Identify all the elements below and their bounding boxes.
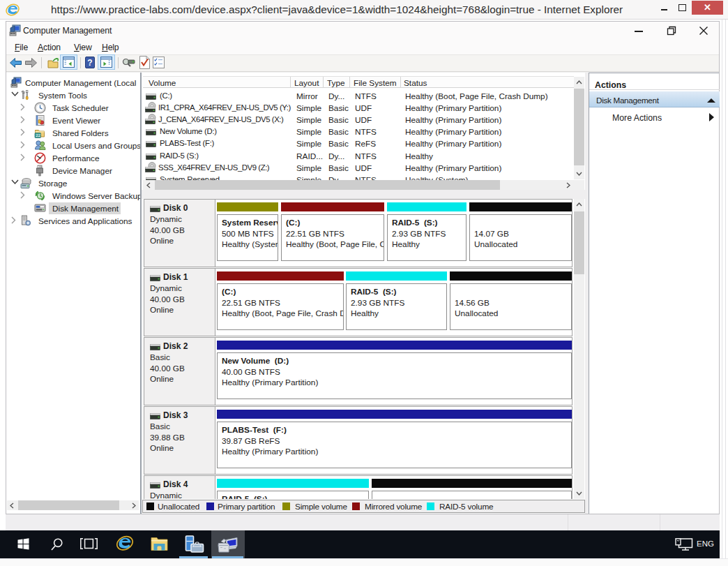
svg-text:?: ? [87,58,92,68]
svg-text:22: 22 [36,133,40,137]
